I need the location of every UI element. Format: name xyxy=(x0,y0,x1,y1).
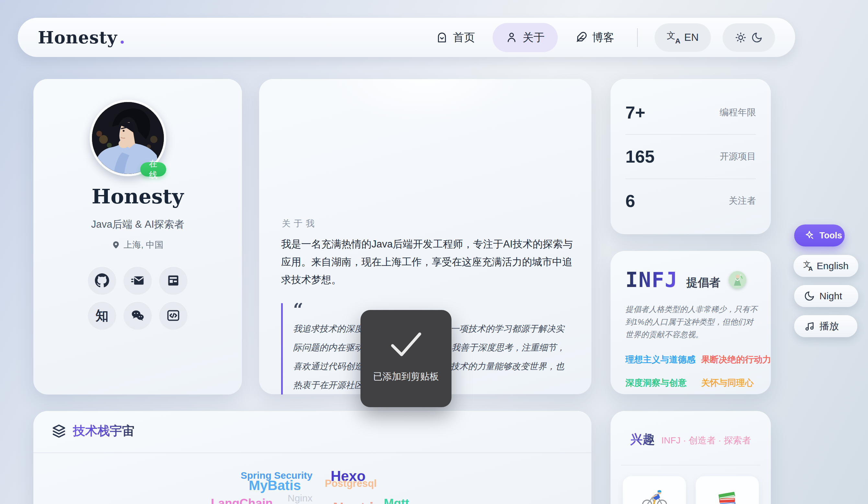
trait-grid: 理想主义与道德感 果断决绝的行动力 深度洞察与创意 关怀与同理心 xyxy=(626,354,756,389)
code-icon xyxy=(166,308,180,322)
page: Honesty. 首页 关于 博客 文A xyxy=(0,0,868,504)
feather-icon xyxy=(575,31,587,43)
translate-icon: 文A xyxy=(667,31,680,44)
github-button[interactable] xyxy=(88,266,116,295)
tech-stack-title: 技术栈宇宙 xyxy=(73,423,134,439)
sparkle-icon xyxy=(804,230,815,241)
nav-item-about[interactable]: 关于 xyxy=(493,23,558,52)
tech-tag[interactable]: Mqtt xyxy=(384,496,409,504)
language-button-label: English xyxy=(817,260,849,271)
personality-card: INFJ 提倡者 提倡者人格类型的人非常稀少，只有不到1%的人口属于这种类型，但… xyxy=(610,251,771,394)
brand-logo[interactable]: Honesty. xyxy=(38,28,125,47)
trait-item: 关怀与同理心 xyxy=(701,377,771,389)
tools-button[interactable]: Tools xyxy=(794,225,845,247)
wechat-icon xyxy=(131,308,145,322)
navbar: Honesty. 首页 关于 博客 文A xyxy=(18,18,795,57)
stat-value: 7+ xyxy=(626,102,645,122)
language-button[interactable]: 文A English xyxy=(794,255,858,277)
interest-item-cycling[interactable] xyxy=(623,476,686,504)
personality-description: 提倡者人格类型的人非常稀少，只有不到1%的人口属于这种类型，但他们对世界的贡献不… xyxy=(626,303,758,341)
nav-item-home[interactable]: 首页 xyxy=(430,23,481,52)
tech-tag[interactable]: Nginx xyxy=(288,493,312,504)
divider xyxy=(621,465,761,465)
nav-divider xyxy=(637,28,638,47)
social-links-row: 知 xyxy=(88,301,187,330)
night-mode-button[interactable]: Night xyxy=(794,285,858,307)
interest-item-reading[interactable] xyxy=(696,476,759,504)
interests-header: 兴趣 INFJ · 创造者 · 探索者 xyxy=(610,431,771,448)
stat-row: 165 开源项目 xyxy=(626,134,756,178)
personality-mascot-icon xyxy=(729,271,746,289)
interests-title: 兴趣 xyxy=(630,431,655,448)
play-music-button[interactable]: 播放 xyxy=(794,315,857,337)
stat-label: 编程年限 xyxy=(720,106,756,119)
home-icon xyxy=(436,31,448,43)
profile-title: Java后端 & AI探索者 xyxy=(33,218,242,231)
wechat-button[interactable] xyxy=(123,301,152,330)
trait-item: 深度洞察与创意 xyxy=(626,377,695,389)
tools-button-label: Tools xyxy=(819,230,842,241)
profile-location-text: 上海, 中国 xyxy=(123,239,163,251)
language-toggle[interactable]: 文A EN xyxy=(654,23,711,52)
avatar: 在线 xyxy=(90,100,166,176)
user-icon xyxy=(506,31,518,43)
tech-tag[interactable]: Postgresql xyxy=(325,478,377,490)
personality-header: INFJ 提倡者 xyxy=(626,268,756,292)
nav-item-label: 博客 xyxy=(592,30,614,45)
blog-icon xyxy=(166,274,180,288)
tech-stack-header: 技术栈宇宙 xyxy=(52,423,134,439)
night-mode-button-label: Night xyxy=(819,290,842,301)
location-pin-icon xyxy=(112,241,120,249)
books-icon xyxy=(713,476,741,504)
toast-message: 已添加到剪贴板 xyxy=(361,370,452,383)
github-icon xyxy=(95,274,109,288)
stat-label: 关注者 xyxy=(729,195,756,207)
interests-grid xyxy=(623,476,759,504)
mail-icon xyxy=(131,274,145,288)
about-text: 我是一名充满热情的Java后端开发工程师，专注于AI技术的探索与应用。来自湖南，… xyxy=(281,235,576,289)
clipboard-toast: 已添加到剪贴板 xyxy=(361,310,452,407)
profile-card: 在线 Honesty Java后端 & AI探索者 上海, 中国 xyxy=(33,79,242,394)
code-button[interactable] xyxy=(159,301,187,330)
music-icon xyxy=(804,321,815,332)
translate-icon: 文A xyxy=(803,260,812,271)
tech-tag[interactable]: MyBatis xyxy=(249,478,301,493)
brand-name: Honesty xyxy=(38,28,117,47)
tech-stack-card: 技术栈宇宙 Spring Security MyBatis Hexo Postg… xyxy=(33,411,591,504)
zhihu-icon: 知 xyxy=(95,309,108,322)
personality-type: INFJ xyxy=(626,268,678,292)
moon-icon xyxy=(804,290,815,301)
email-button[interactable] xyxy=(123,266,152,295)
interests-card: 兴趣 INFJ · 创造者 · 探索者 xyxy=(610,411,771,504)
about-section-label: 关于我 xyxy=(282,218,318,229)
profile-name: Honesty xyxy=(33,185,242,208)
language-toggle-label: EN xyxy=(684,31,699,43)
trait-item: 理想主义与道德感 xyxy=(626,354,695,366)
social-links-row xyxy=(88,266,187,295)
stat-value: 6 xyxy=(626,191,635,211)
brand-dot: . xyxy=(119,28,125,47)
stat-row: 7+ 编程年限 xyxy=(626,91,756,134)
interests-subtitle: INFJ · 创造者 · 探索者 xyxy=(661,434,751,447)
sun-icon xyxy=(735,32,746,43)
nav-menu: 首页 关于 博客 文A EN xyxy=(430,23,775,52)
personality-alias: 提倡者 xyxy=(686,275,720,290)
stat-label: 开源项目 xyxy=(720,150,756,163)
status-badge: 在线 xyxy=(140,162,166,176)
moon-icon xyxy=(751,32,763,43)
stat-value: 165 xyxy=(626,146,654,166)
zhihu-button[interactable]: 知 xyxy=(88,301,116,330)
stats-card: 7+ 编程年限 165 开源项目 6 关注者 xyxy=(610,79,771,234)
cyclist-icon xyxy=(641,476,669,504)
tech-tag[interactable]: Next.js xyxy=(333,499,382,504)
tech-word-cloud: Spring Security MyBatis Hexo Postgresql … xyxy=(33,453,591,504)
theme-toggle[interactable] xyxy=(723,23,775,52)
trait-item: 果断决绝的行动力 xyxy=(701,354,771,366)
stat-row: 6 关注者 xyxy=(626,178,756,223)
play-music-button-label: 播放 xyxy=(819,320,839,333)
blog-button[interactable] xyxy=(159,266,187,295)
layers-icon xyxy=(52,424,66,439)
profile-location: 上海, 中国 xyxy=(33,239,242,251)
tech-tag[interactable]: LangChain xyxy=(211,496,273,504)
nav-item-blog[interactable]: 博客 xyxy=(569,23,620,52)
